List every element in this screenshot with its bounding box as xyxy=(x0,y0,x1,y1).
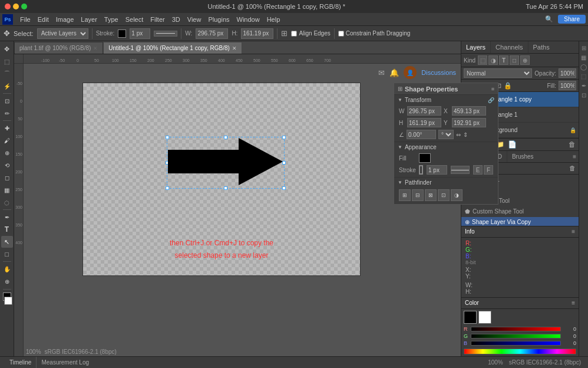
kind-filter-shape[interactable]: □ xyxy=(510,55,519,65)
panel-icon-1[interactable]: ⊞ xyxy=(580,44,588,52)
pathfinder-btn-4[interactable]: ⊡ xyxy=(438,189,450,201)
panel-icon-5[interactable]: ✒ xyxy=(580,81,588,90)
w-input[interactable] xyxy=(196,28,228,39)
menu-help[interactable]: Help xyxy=(263,15,284,24)
pathfinder-btn-5[interactable]: ◑ xyxy=(451,189,463,201)
tab-plant[interactable]: plant 1.tif @ 100% (RGB/8) ✕ xyxy=(14,42,103,54)
history-item-via-copy[interactable]: ⊕ Shape Layer Via Copy xyxy=(461,217,579,226)
status-tab-measurement[interactable]: Measurement Log xyxy=(37,357,94,368)
tab-brushes[interactable]: Brushes xyxy=(507,151,539,162)
stroke-align-btn1[interactable]: E xyxy=(473,165,483,175)
maximize-button[interactable] xyxy=(21,4,27,9)
bg-color-box[interactable] xyxy=(478,311,491,324)
search-icon[interactable]: 🔍 xyxy=(543,15,556,23)
menu-filter[interactable]: Filter xyxy=(147,15,168,24)
appearance-header[interactable]: ▼ Appearance xyxy=(394,142,498,152)
angle-select[interactable]: ° xyxy=(438,130,454,139)
menu-layer[interactable]: Layer xyxy=(77,15,101,24)
eraser-tool-btn[interactable]: ◻ xyxy=(1,172,13,183)
opacity-input[interactable] xyxy=(559,68,576,78)
color-menu-btn[interactable]: ≡ xyxy=(572,300,575,306)
color-r-slider[interactable] xyxy=(471,327,561,331)
history-delete-btn[interactable]: 🗑 xyxy=(569,164,576,172)
h-input[interactable] xyxy=(241,28,273,39)
tab-untitled-close[interactable]: ✕ xyxy=(232,45,237,51)
hand-tool-btn[interactable]: ✋ xyxy=(1,263,13,275)
menu-window[interactable]: Window xyxy=(233,15,263,24)
history-panel-menu-btn[interactable]: ≡ xyxy=(570,153,579,160)
history-item-custom-shape[interactable]: ⬟ Custom Shape Tool xyxy=(461,206,579,217)
transform-header[interactable]: ▼ Transform 🔗 xyxy=(394,95,498,105)
blend-mode-select[interactable]: Normal xyxy=(464,68,532,78)
kind-filter-pixel[interactable]: ⬚ xyxy=(478,55,487,65)
transform-link-icon[interactable]: 🔗 xyxy=(488,97,494,103)
menu-3d[interactable]: 3D xyxy=(169,15,184,24)
clone-tool-btn[interactable]: ⊕ xyxy=(1,147,13,159)
color-b-slider[interactable] xyxy=(471,341,561,346)
envelope-icon[interactable]: ✉ xyxy=(378,68,385,77)
menu-file[interactable]: File xyxy=(16,15,34,24)
new-layer-icon[interactable]: 📄 xyxy=(507,140,517,149)
gradient-tool-btn[interactable]: ▦ xyxy=(1,184,13,196)
path-select-tool-btn[interactable]: ↖ xyxy=(1,236,13,248)
prop-panel-expand-btn[interactable]: ≡ xyxy=(491,86,494,92)
panel-icon-6[interactable]: ⊡ xyxy=(580,91,588,99)
healing-tool-btn[interactable]: ✚ xyxy=(1,122,13,134)
pathfinder-btn-2[interactable]: ⊟ xyxy=(412,189,424,201)
delete-layer-icon[interactable]: 🗑 xyxy=(568,140,576,149)
fill-input[interactable] xyxy=(559,81,576,90)
x-field-input[interactable] xyxy=(452,106,486,116)
tab-plant-close[interactable]: ✕ xyxy=(93,45,98,51)
stroke-align-btn2[interactable]: F xyxy=(484,165,493,175)
tab-layers[interactable]: Layers xyxy=(461,41,491,53)
quick-select-tool-btn[interactable]: ⚡ xyxy=(1,80,13,92)
flip-v-icon[interactable]: ⇕ xyxy=(463,132,468,138)
pathfinder-btn-1[interactable]: ⊞ xyxy=(399,189,411,201)
zoom-tool-btn[interactable]: ⊕ xyxy=(1,275,13,287)
menu-view[interactable]: View xyxy=(184,15,205,24)
tab-paths[interactable]: Paths xyxy=(528,41,554,53)
stroke-color-box[interactable] xyxy=(118,29,126,38)
background-color[interactable] xyxy=(4,297,12,305)
marquee-tool-btn[interactable]: ⬚ xyxy=(1,55,13,67)
stroke-width-input[interactable] xyxy=(130,28,150,39)
fg-color-box[interactable] xyxy=(464,311,477,324)
menu-type[interactable]: Type xyxy=(101,15,122,24)
pathfinder-header[interactable]: ▼ Pathfinder xyxy=(394,178,498,188)
type-tool-btn[interactable]: T xyxy=(1,224,13,235)
stroke-line-style[interactable] xyxy=(451,166,470,174)
crop-tool-btn[interactable]: ⊡ xyxy=(1,95,13,107)
color-spectrum[interactable] xyxy=(464,349,576,354)
share-button[interactable]: Share xyxy=(558,15,586,24)
lock-all-btn[interactable]: 🔒 xyxy=(504,82,512,90)
panel-icon-4[interactable]: ⬚ xyxy=(580,72,588,80)
menu-select[interactable]: Select xyxy=(122,15,147,24)
blur-tool-btn[interactable]: ◌ xyxy=(1,196,13,208)
discussions-link[interactable]: Discussions xyxy=(421,69,456,76)
user-avatar[interactable]: 👤 xyxy=(404,66,417,79)
stroke-prop-input[interactable] xyxy=(427,165,447,175)
brush-tool-btn[interactable]: 🖌 xyxy=(1,134,13,146)
pen-tool-btn[interactable]: ✒ xyxy=(1,211,13,223)
panel-icon-3[interactable]: ◯ xyxy=(580,63,588,71)
history-brush-btn[interactable]: ⟲ xyxy=(1,159,13,171)
kind-filter-type[interactable]: T xyxy=(499,55,508,65)
shape-tool-btn[interactable]: □ xyxy=(1,248,13,260)
tab-untitled[interactable]: Untitled-1 @ 100% (Rectangle 1 copy, RGB… xyxy=(103,42,242,54)
h-field-input[interactable] xyxy=(407,118,441,127)
menu-image[interactable]: Image xyxy=(52,15,78,24)
minimize-button[interactable] xyxy=(13,4,19,9)
fill-color-swatch[interactable] xyxy=(419,153,431,163)
menu-plugins[interactable]: Plugins xyxy=(204,15,233,24)
pathfinder-btn-3[interactable]: ⊠ xyxy=(425,189,437,201)
info-menu-btn[interactable]: ≡ xyxy=(572,228,575,235)
bell-icon[interactable]: 🔔 xyxy=(389,68,399,77)
kind-filter-adj[interactable]: ◑ xyxy=(488,55,498,65)
status-tab-timeline[interactable]: Timeline xyxy=(5,357,37,368)
move-tool-btn[interactable]: ✥ xyxy=(1,43,13,55)
lasso-tool-btn[interactable]: ⌒ xyxy=(1,68,13,80)
eyedropper-tool-btn[interactable]: ✏ xyxy=(1,107,13,119)
active-layers-select[interactable]: Active Layers xyxy=(37,28,88,39)
y-field-input[interactable] xyxy=(452,118,486,127)
flip-icons[interactable]: ⇔ xyxy=(456,132,461,138)
